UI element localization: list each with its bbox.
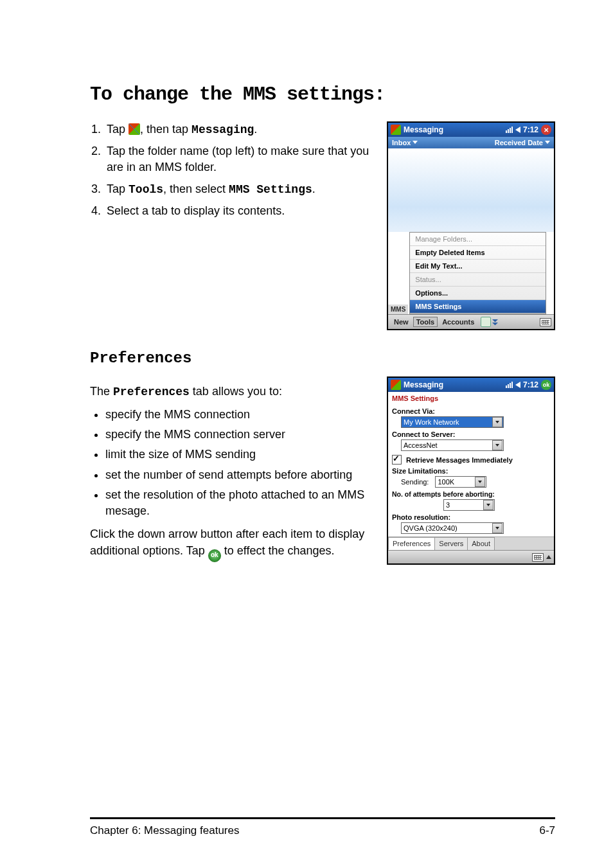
photo-res-value: QVGA (320x240) — [404, 524, 458, 532]
btn-new[interactable]: New — [391, 317, 412, 327]
chevron-down-icon — [483, 500, 493, 510]
step-3: Tap Tools, then select MMS Settings. — [104, 181, 377, 198]
step-1-text-b: , then tap — [140, 123, 191, 136]
prefs-intro-a: The — [90, 385, 113, 398]
step-1-text-d: . — [254, 123, 257, 136]
preferences-title: Preferences — [90, 350, 555, 367]
menu-manage-folders[interactable]: Manage Folders... — [410, 233, 546, 246]
p2-titlebar: Messaging 7:12 ok — [388, 378, 554, 392]
speaker-icon — [515, 382, 520, 388]
menu-mms-settings[interactable]: MMS Settings — [410, 300, 546, 314]
menu-empty-deleted[interactable]: Empty Deleted Items — [410, 246, 546, 260]
bullet-5: set the resolution of the photo attached… — [105, 487, 377, 519]
attempts-select[interactable]: 3 — [443, 499, 495, 511]
step-1-strong: Messaging — [191, 123, 254, 136]
p1-title: Messaging — [404, 125, 443, 134]
ok-icon: ok — [208, 549, 221, 562]
chevron-up-icon[interactable] — [546, 555, 551, 559]
retrieve-label: Retrieve Messages Immediately — [406, 456, 513, 464]
photo-res-select[interactable]: QVGA (320x240) — [401, 522, 504, 534]
p2-clock: 7:12 — [523, 380, 538, 389]
step-3-text-c: , then select — [163, 182, 229, 195]
p2-heading: MMS Settings — [388, 392, 554, 405]
speaker-icon — [515, 127, 520, 133]
prefs-bullets: specify the MMS connection specify the M… — [90, 407, 377, 519]
prefs-intro: The Preferences tab allows you to: — [90, 383, 377, 400]
prefs-intro-b: Preferences — [113, 385, 190, 398]
footer-left: Chapter 6: Messaging features — [90, 824, 239, 837]
tab-servers[interactable]: Servers — [434, 537, 468, 550]
menu-options[interactable]: Options... — [410, 287, 546, 300]
size-limitations-label: Size Limitations: — [392, 467, 550, 475]
step-1-text-a: Tap — [107, 123, 129, 136]
bullet-1: specify the MMS connection — [105, 407, 377, 423]
ok-icon[interactable]: ok — [541, 380, 551, 390]
menu-edit-my-text[interactable]: Edit My Text... — [410, 260, 546, 273]
photo-res-label: Photo resolution: — [392, 513, 550, 521]
p1-side-tab[interactable]: MMS — [388, 305, 408, 314]
p1-titlebar: Messaging 7:12 ✕ — [388, 123, 554, 137]
footer-right: 6-7 — [539, 824, 555, 837]
section-title: To change the MMS settings: — [90, 84, 555, 105]
step-3-strong-mms: MMS Settings — [229, 183, 312, 196]
signal-icon — [506, 127, 513, 133]
btn-tools[interactable]: Tools — [413, 317, 438, 327]
chevron-down-icon — [413, 141, 418, 144]
start-flag-icon[interactable] — [391, 125, 401, 135]
step-2: Tap the folder name (top left) to make s… — [104, 143, 377, 175]
phone-screenshot-2: Messaging 7:12 ok MMS Settings Connect V… — [387, 376, 555, 565]
start-flag-icon — [129, 123, 140, 135]
p1-tools-menu: Manage Folders... Empty Deleted Items Ed… — [409, 232, 546, 314]
btn-accounts[interactable]: Accounts — [439, 317, 477, 327]
connect-server-label: Connect to Server: — [392, 430, 550, 438]
sending-label: Sending: — [401, 478, 429, 486]
retrieve-checkbox[interactable] — [392, 455, 402, 465]
bullet-4: set the number of send attempts before a… — [105, 467, 377, 483]
p2-bottombar — [388, 550, 554, 563]
start-flag-icon[interactable] — [391, 380, 401, 390]
service-icon[interactable] — [481, 317, 491, 327]
bullet-3: limit the size of MMS sending — [105, 447, 377, 463]
attempts-label: No. of attempts before aborting: — [392, 490, 550, 498]
chevron-down-icon — [492, 417, 502, 427]
connect-server-select[interactable]: AccessNet — [401, 439, 504, 451]
chevron-down-icon — [492, 440, 502, 450]
tab-preferences[interactable]: Preferences — [388, 537, 435, 550]
attempts-value: 3 — [446, 501, 450, 509]
tab-about[interactable]: About — [467, 537, 495, 550]
step-4: Select a tab to display its contents. — [104, 203, 377, 219]
step-3-strong-tools: Tools — [129, 183, 163, 196]
connect-via-select[interactable]: My Work Network — [401, 416, 504, 428]
connect-via-label: Connect Via: — [392, 407, 550, 415]
sending-value: 100K — [438, 478, 454, 486]
sending-select[interactable]: 100K — [435, 476, 486, 488]
p1-received-dropdown[interactable]: Received Date — [495, 139, 550, 146]
p1-inbox-label: Inbox — [392, 139, 411, 146]
steps-list: Tap , then tap Messaging. Tap the folder… — [90, 121, 377, 219]
keyboard-icon[interactable] — [532, 553, 544, 562]
step-3-text-e: . — [312, 182, 315, 195]
close-icon[interactable]: ✕ — [541, 125, 551, 135]
signal-icon — [506, 382, 513, 388]
prefs-outro: Click the down arrow button after each i… — [90, 526, 377, 562]
connect-via-value: My Work Network — [404, 418, 459, 426]
prefs-outro-b: to effect the changes. — [221, 544, 335, 557]
p1-list-header: Inbox Received Date — [388, 137, 554, 148]
keyboard-icon[interactable] — [540, 318, 551, 326]
menu-status[interactable]: Status... — [410, 273, 546, 287]
page-footer: Chapter 6: Messaging features 6-7 — [90, 817, 555, 837]
p1-clock: 7:12 — [523, 125, 538, 134]
phone-screenshot-1: Messaging 7:12 ✕ Inbox Received Date MMS — [387, 121, 555, 330]
p2-tabs: Preferences Servers About — [388, 536, 554, 550]
p1-inbox-dropdown[interactable]: Inbox — [392, 139, 418, 146]
p2-title: Messaging — [404, 380, 443, 389]
connect-server-value: AccessNet — [404, 441, 438, 449]
p1-bottombar: New Tools Accounts — [388, 314, 554, 329]
chevron-down-icon — [475, 477, 485, 487]
chevron-down-icon — [545, 141, 550, 144]
prefs-intro-c: tab allows you to: — [190, 385, 282, 398]
send-receive-icon[interactable] — [492, 319, 498, 325]
step-1: Tap , then tap Messaging. — [104, 121, 377, 138]
chevron-down-icon — [492, 523, 502, 533]
p1-received-label: Received Date — [495, 139, 543, 146]
